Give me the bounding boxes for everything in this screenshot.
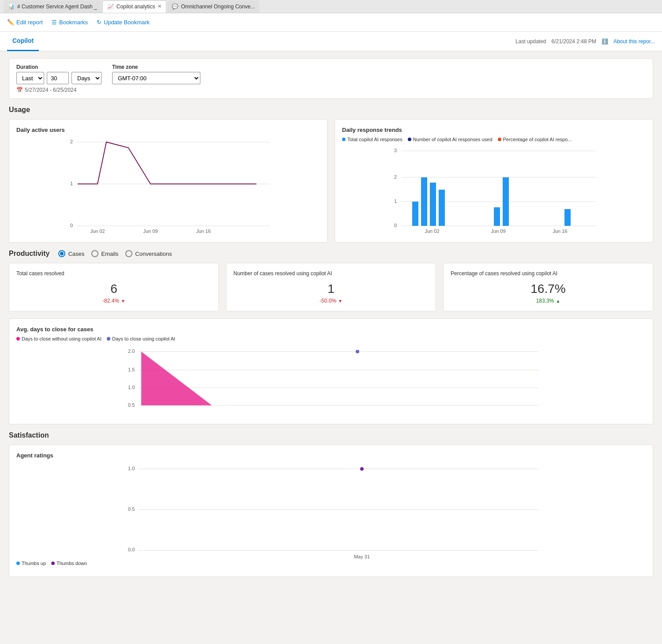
legend-dot-used bbox=[408, 138, 411, 141]
svg-text:Jun 09: Jun 09 bbox=[491, 228, 505, 234]
svg-text:May 31: May 31 bbox=[354, 554, 370, 559]
daily-response-trends-chart: 3 2 1 0 bbox=[342, 146, 646, 235]
svg-text:Jun 16: Jun 16 bbox=[553, 228, 567, 234]
svg-text:0.5: 0.5 bbox=[128, 402, 135, 408]
svg-text:0: 0 bbox=[70, 223, 73, 228]
daily-response-trends-card: Daily response trends Total copilot AI r… bbox=[335, 119, 653, 243]
satisfaction-title: Satisfaction bbox=[9, 431, 653, 439]
daily-response-legend: Total copilot AI responses Number of cop… bbox=[342, 137, 646, 142]
calendar-icon: 📅 bbox=[16, 87, 23, 93]
metric-delta-0: -82.4% ▼ bbox=[16, 298, 211, 304]
svg-point-43 bbox=[360, 467, 364, 471]
svg-text:Jun 16: Jun 16 bbox=[196, 228, 211, 234]
tab-close-button[interactable]: ✕ bbox=[158, 4, 162, 9]
svg-text:0.0: 0.0 bbox=[128, 547, 135, 552]
legend-used: Number of copilot AI responses used bbox=[408, 137, 493, 142]
svg-text:3: 3 bbox=[394, 148, 397, 153]
tab-customer-service[interactable]: 📊 # Customer Service Agent Dash _ bbox=[4, 0, 102, 13]
radio-cases-label: Cases bbox=[68, 251, 84, 257]
nav-tab-copilot[interactable]: Copilot bbox=[7, 32, 39, 51]
legend-dot-thumbs-down bbox=[51, 562, 55, 565]
metric-value-0: 6 bbox=[16, 282, 211, 296]
avg-days-chart-card: Avg. days to close for cases Days to clo… bbox=[9, 318, 653, 424]
svg-text:1: 1 bbox=[394, 198, 397, 204]
metric-value-1: 1 bbox=[233, 282, 429, 296]
legend-label-pct: Percentage of copilot AI respo... bbox=[503, 137, 572, 142]
svg-rect-22 bbox=[503, 177, 509, 226]
svg-rect-20 bbox=[439, 190, 445, 226]
bookmarks-label: Bookmarks bbox=[59, 19, 88, 26]
filter-bar: Duration Last Days Time zone GMT-07:00 bbox=[9, 58, 653, 99]
tab-copilot-analytics[interactable]: 📈 Copilot analytics ✕ bbox=[102, 0, 166, 13]
radio-conversations-circle bbox=[125, 250, 132, 257]
radio-conversations[interactable]: Conversations bbox=[125, 250, 172, 257]
daily-active-users-card: Daily active users 2 1 0 bbox=[9, 119, 327, 243]
metric-label-0: Total cases resolved bbox=[16, 270, 211, 277]
agent-ratings-card: Agent ratings 1.0 0.5 0.0 May 31 bbox=[9, 445, 653, 577]
agent-ratings-legend: Thumbs up Thumbs down bbox=[16, 561, 646, 566]
timezone-select[interactable]: GMT-07:00 bbox=[112, 72, 200, 84]
radio-cases[interactable]: Cases bbox=[58, 250, 84, 257]
legend-label-thumbs-down: Thumbs down bbox=[56, 561, 87, 566]
metric-value-2: 16.7% bbox=[451, 282, 646, 296]
main-content: Duration Last Days Time zone GMT-07:00 bbox=[0, 51, 662, 644]
nav-tabs: Copilot bbox=[7, 32, 39, 51]
radio-emails[interactable]: Emails bbox=[91, 250, 118, 257]
legend-total: Total copilot AI responses bbox=[342, 137, 402, 142]
timezone-label: Time zone bbox=[112, 64, 200, 70]
metric-delta-1: -50.0% ▼ bbox=[233, 298, 429, 304]
duration-select[interactable]: Last bbox=[16, 72, 44, 84]
svg-rect-19 bbox=[430, 183, 436, 226]
legend-thumbs-down: Thumbs down bbox=[51, 561, 87, 566]
browser-tabs: 📊 # Customer Service Agent Dash _ 📈 Copi… bbox=[0, 0, 662, 13]
update-bookmark-button[interactable]: ↻ Update Bookmark bbox=[97, 19, 150, 26]
delta-arrow-down-1: ▼ bbox=[338, 299, 342, 303]
date-range: 📅 5/27/2024 - 6/25/2024 bbox=[16, 87, 646, 93]
daily-active-users-chart: 2 1 0 Jun 02 Jun 09 Jun 16 bbox=[16, 137, 320, 235]
avg-days-chart: 2.0 1.5 1.0 0.5 bbox=[16, 345, 646, 417]
radio-conversations-label: Conversations bbox=[135, 251, 172, 257]
svg-rect-23 bbox=[564, 209, 571, 226]
delta-arrow-up-2: ▲ bbox=[556, 299, 560, 303]
productivity-title: Productivity bbox=[9, 250, 49, 258]
satisfaction-section: Satisfaction Agent ratings 1.0 0.5 0.0 M… bbox=[9, 431, 653, 577]
toolbar: ✏️ Edit report ☰ Bookmarks ↻ Update Book… bbox=[0, 13, 662, 32]
metric-card-pct-resolved: Percentage of cases resolved using copil… bbox=[443, 263, 653, 311]
usage-section-title: Usage bbox=[9, 106, 653, 114]
edit-report-label: Edit report bbox=[16, 19, 43, 26]
duration-number-input[interactable] bbox=[47, 72, 69, 84]
svg-text:0: 0 bbox=[394, 223, 397, 228]
legend-label-with: Days to close using copilot AI bbox=[112, 336, 175, 341]
app-header: Copilot Last updated 6/21/2024 2:48 PM ℹ… bbox=[0, 32, 662, 51]
radio-emails-label: Emails bbox=[101, 251, 118, 257]
legend-label-total: Total copilot AI responses bbox=[347, 137, 402, 142]
svg-text:Jun 02: Jun 02 bbox=[425, 228, 439, 234]
about-report-link[interactable]: About this repor... bbox=[613, 38, 655, 45]
bookmarks-icon: ☰ bbox=[52, 19, 57, 26]
legend-dot-thumbs-up bbox=[16, 562, 20, 565]
metric-delta-text-1: -50.0% bbox=[320, 298, 336, 304]
productivity-radio-group: Cases Emails Conversations bbox=[58, 250, 172, 257]
legend-label-without: Days to close without using copilot AI bbox=[22, 336, 102, 341]
tab-icon-2: 📈 bbox=[107, 4, 114, 10]
tab-omnichannel[interactable]: 💬 Omnichannel Ongoing Conve... bbox=[167, 0, 259, 13]
daily-response-trends-title: Daily response trends bbox=[342, 127, 646, 133]
metric-label-2: Percentage of cases resolved using copil… bbox=[451, 270, 646, 277]
svg-rect-17 bbox=[412, 202, 418, 226]
svg-text:1: 1 bbox=[70, 181, 73, 186]
legend-label-used: Number of copilot AI responses used bbox=[413, 137, 493, 142]
bookmarks-button[interactable]: ☰ Bookmarks bbox=[52, 19, 88, 26]
refresh-icon: ↻ bbox=[97, 19, 102, 26]
duration-filter-group: Duration Last Days bbox=[16, 64, 102, 84]
edit-report-button[interactable]: ✏️ Edit report bbox=[7, 19, 43, 26]
legend-dot-pct bbox=[498, 138, 501, 141]
agent-ratings-title: Agent ratings bbox=[16, 452, 646, 459]
agent-ratings-chart: 1.0 0.5 0.0 May 31 bbox=[16, 462, 646, 561]
last-updated-label: Last updated bbox=[515, 38, 546, 45]
avg-days-legend: Days to close without using copilot AI D… bbox=[16, 336, 646, 341]
avg-days-title: Avg. days to close for cases bbox=[16, 326, 646, 333]
legend-without-copilot: Days to close without using copilot AI bbox=[16, 336, 102, 341]
delta-arrow-down-0: ▼ bbox=[121, 299, 125, 303]
svg-text:0.5: 0.5 bbox=[128, 506, 135, 512]
duration-unit-select[interactable]: Days bbox=[71, 72, 102, 84]
